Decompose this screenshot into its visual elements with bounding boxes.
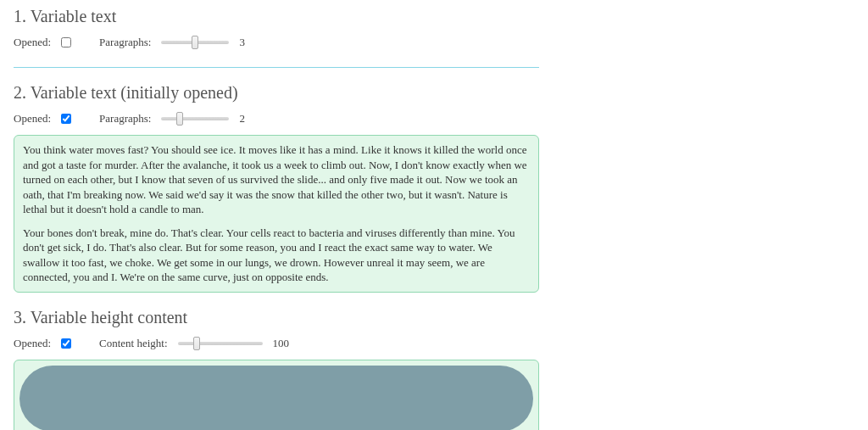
- opened-label: Opened:: [14, 337, 51, 350]
- content-height-label: Content height:: [99, 337, 168, 350]
- opened-checkbox[interactable]: [61, 338, 71, 349]
- content-height-slider[interactable]: [178, 342, 263, 345]
- paragraphs-label: Paragraphs:: [99, 112, 151, 126]
- section-variable-text-opened: 2. Variable text (initially opened) Open…: [14, 76, 539, 301]
- paragraphs-label: Paragraphs:: [99, 36, 151, 49]
- content-height-value: 100: [273, 337, 298, 350]
- paragraphs-value: 2: [239, 112, 264, 126]
- section-title: 1. Variable text: [14, 7, 539, 26]
- opened-checkbox[interactable]: [61, 114, 71, 124]
- paragraphs-value: 3: [239, 36, 264, 49]
- text-panel: You think water moves fast? You should s…: [14, 135, 539, 293]
- opened-label: Opened:: [14, 36, 51, 49]
- section-variable-height: 3. Variable height content Opened: Conte…: [14, 301, 539, 430]
- controls-row: Opened: Paragraphs: 3: [14, 35, 539, 50]
- section-variable-text: 1. Variable text Opened: Paragraphs: 3: [14, 0, 539, 68]
- paragraph: You think water moves fast? You should s…: [23, 142, 530, 217]
- content-blob: [19, 366, 533, 430]
- controls-row: Opened: Paragraphs: 2: [14, 111, 539, 126]
- opened-label: Opened:: [14, 112, 51, 126]
- controls-row: Opened: Content height: 100: [14, 336, 539, 351]
- section-title: 3. Variable height content: [14, 308, 539, 327]
- section-title: 2. Variable text (initially opened): [14, 83, 539, 103]
- content-panel: [14, 360, 539, 430]
- paragraphs-slider[interactable]: [161, 117, 229, 120]
- opened-checkbox[interactable]: [61, 37, 71, 47]
- paragraph: Your bones don't break, mine do. That's …: [23, 226, 530, 285]
- paragraphs-slider[interactable]: [161, 41, 229, 44]
